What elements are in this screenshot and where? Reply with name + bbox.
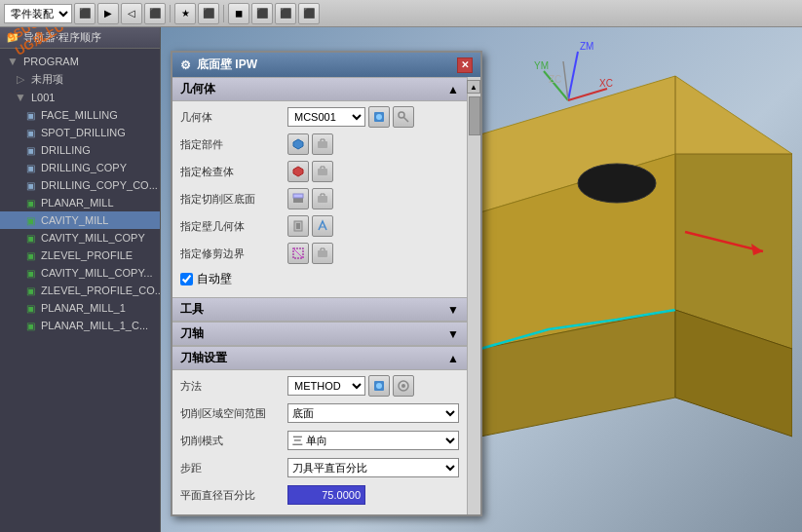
cut-mode-select[interactable]: 三 单向 — [287, 431, 459, 450]
zm-label: ZM — [580, 42, 593, 52]
tree-item-cavity-mill-copy[interactable]: ▣ CAVITY_MILL_COPY — [0, 229, 160, 247]
tool-axis-expand-icon[interactable]: ▼ — [447, 328, 459, 340]
tool-axis-section-header[interactable]: 刀轴 ▼ — [172, 322, 467, 346]
dialog-title-bar: ⚙ 底面壁 IPW ✕ — [172, 53, 480, 77]
tool-section-label: 工具 — [180, 301, 204, 318]
dialog-close-button[interactable]: ✕ — [457, 57, 473, 73]
specify-wall-btn2[interactable] — [312, 215, 333, 237]
svg-rect-24 — [318, 196, 327, 203]
toolbar-btn-7[interactable]: ◼ — [228, 3, 249, 24]
dialog-gear-icon: ⚙ — [180, 58, 191, 72]
tree-item-planar-mill-1c[interactable]: ▣ PLANAR_MILL_1_C... — [0, 317, 160, 334]
toolbar-btn-6[interactable]: ⬛ — [198, 3, 219, 24]
method-edit-btn[interactable] — [368, 375, 390, 397]
scrollbar-thumb[interactable] — [469, 96, 480, 135]
method-select[interactable]: METHOD — [287, 376, 365, 396]
specify-trim-btn2[interactable] — [312, 243, 333, 264]
dialog-scrollbar[interactable] — [467, 77, 480, 514]
specify-trim-control — [287, 243, 459, 264]
specify-trim-btn1[interactable] — [287, 243, 309, 264]
method-settings-btn[interactable] — [393, 375, 414, 397]
specify-cut-btn2[interactable] — [312, 188, 333, 209]
toolbar-btn-1[interactable]: ⬛ — [74, 3, 95, 24]
cut-area-row: 切削区域空间范围 底面 — [180, 401, 459, 425]
specify-cut-label: 指定切削区底面 — [180, 192, 287, 207]
specify-wall-btn1[interactable] — [287, 215, 309, 237]
tree-item-drilling-copy[interactable]: ▣ DRILLING_COPY — [0, 159, 160, 176]
specify-cut-btn1[interactable] — [287, 188, 309, 209]
nav-title: 导航器·程序顺序 — [23, 30, 101, 45]
cavity-mill-copy-icon: ▣ — [23, 231, 37, 245]
tool-expand-icon[interactable]: ▼ — [447, 304, 459, 316]
svg-rect-26 — [296, 223, 300, 229]
tree-item-planar-mill-1[interactable]: ▣ PLANAR_MILL_1 — [0, 299, 160, 317]
tool-axis-settings-content: 方法 METHOD — [172, 370, 467, 514]
specify-check-control — [287, 161, 459, 182]
tree-item-l001[interactable]: ▼ L001 — [0, 89, 160, 106]
tree-item-cavity-mill[interactable]: ▣ CAVITY_MILL — [0, 211, 160, 229]
tree-item-cavity-mill-copy2[interactable]: ▣ CAVITY_MILL_COPY... — [0, 264, 160, 282]
tool-axis-settings-header[interactable]: 刀轴设置 ▲ — [172, 346, 467, 370]
tree-item-drilling[interactable]: ▣ DRILLING — [0, 141, 160, 159]
toolbar-btn-3[interactable]: ◁ — [121, 3, 142, 24]
drilling-label: DRILLING — [41, 144, 91, 156]
toolbar-btn-4[interactable]: ⬛ — [144, 3, 166, 24]
unused-icon: ▷ — [14, 73, 27, 87]
geometry-key-btn[interactable] — [393, 106, 414, 128]
tree-item-spot-drilling[interactable]: ▣ SPOT_DRILLING — [0, 124, 160, 141]
specify-part-row: 指定部件 — [180, 133, 459, 156]
specify-part-btn2[interactable] — [312, 133, 333, 155]
tree-item-zlevel-profile-co[interactable]: ▣ ZLEVEL_PROFILE_CO... — [0, 282, 160, 299]
geometry-edit-btn[interactable] — [368, 106, 390, 128]
tool-axis-settings-expand-icon[interactable]: ▲ — [447, 353, 459, 364]
cavity-mill-label: CAVITY_MILL — [41, 214, 109, 226]
toolbar-btn-8[interactable]: ⬛ — [251, 3, 273, 24]
geometry-section-header[interactable]: 几何体 ▲ — [172, 77, 467, 101]
tree-item-unused[interactable]: ▷ 未用项 — [0, 70, 160, 89]
tree-item-zlevel-profile[interactable]: ▣ ZLEVEL_PROFILE — [0, 247, 160, 264]
l001-label: L001 — [31, 92, 55, 103]
specify-cut-row: 指定切削区底面 — [180, 187, 459, 210]
svg-point-32 — [376, 383, 382, 389]
flat-pct-control: 75.0000 — [287, 485, 459, 505]
svg-line-29 — [293, 248, 303, 258]
toolbar-btn-10[interactable]: ⬛ — [298, 3, 320, 24]
flat-pct-value[interactable]: 75.0000 — [287, 485, 365, 505]
cut-mode-row: 切削模式 三 单向 — [180, 429, 459, 452]
step-select[interactable]: 刀具平直百分比 — [287, 458, 459, 477]
specify-trim-row: 指定修剪边界 — [180, 242, 459, 265]
tree-item-program[interactable]: ▼ PROGRAM — [0, 53, 160, 70]
specify-part-label: 指定部件 — [180, 137, 287, 152]
tree-item-drilling-copy-co[interactable]: ▣ DRILLING_COPY_CO... — [0, 176, 160, 194]
svg-marker-18 — [293, 139, 303, 149]
tree-item-face-milling[interactable]: ▣ FACE_MILLING — [0, 106, 160, 124]
geometry-section-content: 几何体 MCS001 — [172, 101, 467, 297]
program-icon: ▼ — [6, 55, 19, 68]
specify-part-btn1[interactable] — [287, 133, 309, 155]
specify-wall-row: 指定壁几何体 — [180, 214, 459, 238]
toolbar-btn-9[interactable]: ⬛ — [275, 3, 296, 24]
specify-check-btn1[interactable] — [287, 161, 309, 182]
cut-area-select[interactable]: 底面 — [287, 403, 459, 423]
toolbar-btn-2[interactable]: ▶ — [97, 3, 119, 24]
geometry-expand-icon[interactable]: ▲ — [447, 84, 459, 95]
unused-label: 未用项 — [31, 72, 63, 87]
svg-rect-30 — [318, 250, 327, 257]
zlevel-icon: ▣ — [23, 248, 37, 262]
sep-1 — [170, 5, 171, 22]
specify-check-btn2[interactable] — [312, 161, 333, 182]
spot-drilling-icon: ▣ — [23, 126, 37, 139]
auto-wall-checkbox[interactable] — [180, 273, 193, 285]
cavity-mill-copy2-icon: ▣ — [23, 266, 37, 280]
toolbar-btn-5[interactable]: ★ — [174, 3, 196, 24]
tool-section-header[interactable]: 工具 ▼ — [172, 297, 467, 322]
assembly-dropdown[interactable]: 零件装配 — [4, 4, 72, 23]
cavity-mill-copy-label: CAVITY_MILL_COPY — [41, 232, 145, 244]
tree-item-planar-mill[interactable]: ▣ PLANAR_MILL — [0, 194, 160, 211]
dialog-scroll-up[interactable]: ▲ — [467, 80, 480, 94]
zlevel-profile-co-label: ZLEVEL_PROFILE_CO... — [41, 285, 161, 296]
geometry-select[interactable]: MCS001 — [287, 107, 365, 127]
dialog-body: 几何体 ▲ 几何体 MCS001 — [172, 77, 480, 514]
left-panel: 📁 导航器·程序顺序 ▼ PROGRAM ▷ 未用项 ▼ L001 ▣ FACE… — [0, 27, 161, 532]
planar-mill-1c-icon: ▣ — [23, 319, 37, 332]
